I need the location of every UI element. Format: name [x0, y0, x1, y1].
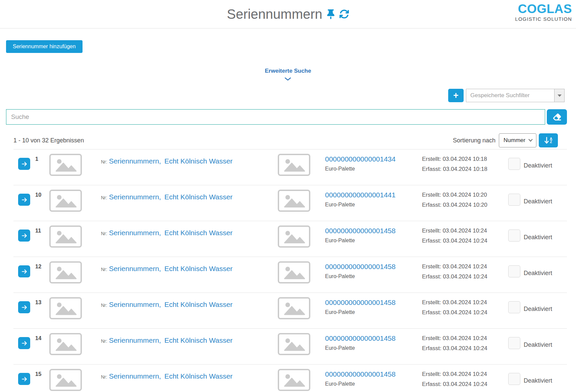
refresh-icon[interactable] — [339, 9, 349, 19]
nr-label: Nr: — [101, 231, 107, 236]
serial-group-link[interactable]: Seriennummern, — [109, 193, 161, 201]
deactivated-checkbox[interactable] — [508, 158, 520, 170]
serial-group-link[interactable]: Seriennummern, — [109, 229, 161, 237]
search-head: Erweiterte Suche + — [0, 68, 576, 103]
results-list: 1 Nr:Seriennummern,Echt Kölnisch Wasser … — [13, 149, 567, 392]
article-link[interactable]: Echt Kölnisch Wasser — [164, 372, 232, 380]
container-type: Euro-Palette — [325, 166, 422, 172]
saved-filter-group: + — [448, 89, 565, 102]
open-row-button[interactable] — [18, 158, 30, 170]
pin-icon[interactable] — [327, 9, 334, 19]
article-link[interactable]: Echt Kölnisch Wasser — [164, 193, 232, 201]
recorded-date: Erfasst: 03.04.2024 10:20 — [422, 200, 508, 210]
deactivated-label: Deaktiviert — [524, 341, 552, 349]
deactivated-label: Deaktiviert — [524, 234, 552, 242]
serial-number-link[interactable]: 000000000000001458 — [325, 263, 422, 271]
recorded-date: Erfasst: 03.04.2024 10:24 — [422, 272, 508, 282]
add-filter-button[interactable]: + — [448, 89, 464, 102]
advanced-search-link[interactable]: Erweiterte Suche — [265, 68, 311, 81]
row-number: 11 — [30, 221, 49, 234]
deactivated-checkbox[interactable] — [508, 337, 520, 349]
serial-number-link[interactable]: 000000000000001441 — [325, 191, 422, 199]
saved-filter-input[interactable] — [466, 89, 554, 102]
deactivated-checkbox[interactable] — [508, 194, 520, 206]
logo-tagline: LOGISTIC SOLUTION — [515, 16, 572, 22]
sort-select[interactable]: Nummer — [499, 133, 536, 147]
table-row: 12 Nr:Seriennummern,Echt Kölnisch Wasser… — [13, 257, 567, 293]
open-row-button[interactable] — [18, 265, 30, 277]
chevron-down-icon — [528, 139, 533, 142]
sort-direction-button[interactable]: AZ — [539, 133, 558, 147]
article-link[interactable]: Echt Kölnisch Wasser — [164, 265, 232, 272]
deactivated-checkbox[interactable] — [508, 230, 520, 242]
serial-number-link[interactable]: 000000000000001434 — [325, 155, 422, 163]
search-input[interactable] — [6, 109, 545, 125]
chevron-down-icon — [265, 77, 311, 81]
open-row-button[interactable] — [18, 194, 30, 206]
deactivated-checkbox[interactable] — [508, 373, 520, 385]
deactivated-label: Deaktiviert — [524, 270, 552, 277]
item-thumbnail — [49, 190, 82, 212]
item-thumbnail — [49, 154, 82, 176]
open-row-button[interactable] — [18, 301, 30, 313]
article-link[interactable]: Echt Kölnisch Wasser — [164, 336, 232, 344]
serial-number-link[interactable]: 000000000000001458 — [325, 227, 422, 235]
sort-label: Sortierung nach — [453, 137, 495, 144]
arrow-right-icon — [21, 161, 27, 167]
article-link[interactable]: Echt Kölnisch Wasser — [164, 157, 232, 165]
saved-filter-dropdown-button[interactable] — [554, 89, 564, 102]
row-number: 1 — [30, 149, 49, 162]
image-placeholder-icon — [54, 336, 78, 352]
serial-number-link[interactable]: 000000000000001458 — [325, 299, 422, 307]
container-thumbnail — [278, 297, 310, 319]
article-link[interactable]: Echt Kölnisch Wasser — [164, 301, 232, 308]
serial-group-link[interactable]: Seriennummern, — [109, 372, 161, 380]
image-placeholder-icon — [282, 301, 306, 316]
item-thumbnail — [49, 261, 82, 283]
arrow-right-icon — [21, 305, 27, 310]
serial-group-link[interactable]: Seriennummern, — [109, 301, 161, 308]
container-thumbnail — [278, 333, 310, 355]
table-row: 15 Nr:Seriennummern,Echt Kölnisch Wasser… — [13, 365, 567, 392]
serial-number-link[interactable]: 000000000000001458 — [325, 370, 422, 378]
caret-down-icon — [558, 94, 562, 97]
logo-text: COGLAS — [515, 2, 572, 16]
row-number: 12 — [30, 257, 49, 270]
item-thumbnail — [49, 333, 82, 355]
results-count: 1 - 10 von 32 Ergebnissen — [13, 137, 84, 144]
add-serial-number-button[interactable]: Seriennummer hinzufügen — [6, 40, 83, 53]
container-type: Euro-Palette — [325, 202, 422, 208]
advanced-search-label: Erweiterte Suche — [265, 68, 311, 74]
search-row — [6, 109, 567, 125]
container-thumbnail — [278, 369, 310, 391]
image-placeholder-icon — [54, 301, 78, 316]
article-link[interactable]: Echt Kölnisch Wasser — [164, 229, 232, 237]
recorded-date: Erfasst: 03.04.2024 10:18 — [422, 164, 508, 174]
serial-number-link[interactable]: 000000000000001458 — [325, 334, 422, 342]
deactivated-checkbox[interactable] — [508, 265, 520, 277]
serial-group-link[interactable]: Seriennummern, — [109, 265, 161, 272]
open-row-button[interactable] — [18, 230, 30, 242]
image-placeholder-icon — [282, 193, 306, 208]
image-placeholder-icon — [54, 193, 78, 208]
image-placeholder-icon — [54, 372, 78, 388]
nr-label: Nr: — [101, 303, 107, 308]
open-row-button[interactable] — [18, 373, 30, 385]
container-type: Euro-Palette — [325, 273, 422, 279]
deactivated-checkbox[interactable] — [508, 301, 520, 313]
clear-search-button[interactable] — [547, 109, 567, 125]
deactivated-label: Deaktiviert — [524, 306, 552, 313]
open-row-button[interactable] — [18, 337, 30, 349]
serial-group-link[interactable]: Seriennummern, — [109, 336, 161, 344]
row-number: 14 — [30, 329, 49, 341]
deactivated-label: Deaktiviert — [524, 162, 552, 170]
recorded-date: Erfasst: 03.04.2024 10:24 — [422, 236, 508, 246]
serial-group-link[interactable]: Seriennummern, — [109, 157, 161, 165]
image-placeholder-icon — [54, 157, 78, 173]
header: Seriennummern COGLAS LOGISTIC SOLUTION — [0, 0, 576, 28]
recorded-date: Erfasst: 03.04.2024 10:24 — [422, 308, 508, 318]
container-type: Euro-Palette — [325, 381, 422, 387]
created-date: Erstellt: 03.04.2024 10:20 — [422, 190, 508, 200]
sort-select-value: Nummer — [504, 137, 525, 144]
arrow-right-icon — [21, 233, 27, 239]
